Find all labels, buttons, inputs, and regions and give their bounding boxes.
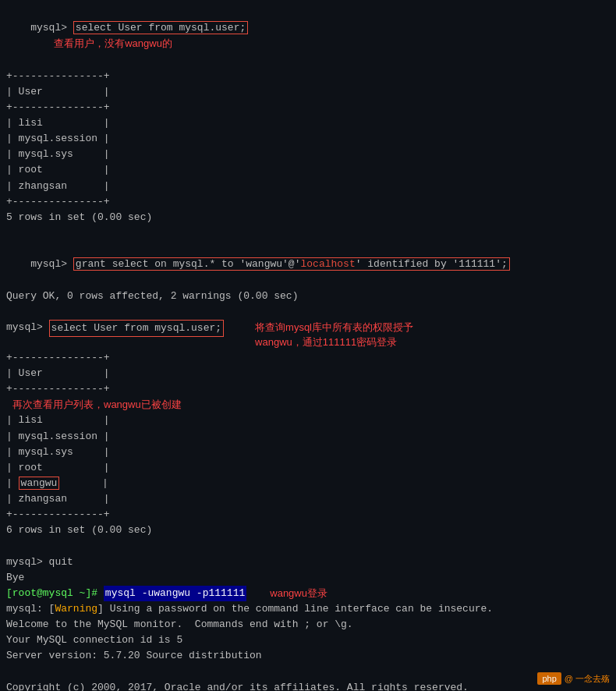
prompt-grant: mysql> — [30, 258, 73, 270]
line-server: Server version: 5.7.20 Source distributi… — [6, 648, 610, 664]
line-root-login: [root@mysql ~]# mysql -uwangwu -p111111 … — [6, 586, 610, 601]
annotation-3: 再次查看用户列表，wangwu已被创建 — [12, 397, 182, 413]
root-prompt: [root@mysql ~]# — [6, 586, 104, 601]
line-11: 5 rows in set (0.00 sec) — [6, 210, 610, 225]
cmd-grant: grant select on mysql.* to 'wangwu'@'loc… — [73, 257, 510, 271]
line-t2-3: +---------------+ — [6, 381, 610, 397]
line-10: +---------------+ — [6, 194, 610, 210]
watermark-container: php @ 一念去殇 — [537, 672, 610, 685]
annotation-wangwu-row: 再次查看用户列表，wangwu已被创建 — [6, 397, 610, 413]
line-1: mysql> select User from mysql.user; 查看用户… — [6, 5, 610, 69]
line-t2-1: +---------------+ — [6, 350, 610, 366]
line-t2-7: | root | — [6, 460, 610, 476]
line-t2-6: | mysql.sys | — [6, 445, 610, 460]
line-bye: Bye — [6, 570, 610, 586]
line-8: | root | — [6, 162, 610, 178]
mysql-login-cmd: mysql -uwangwu -p111111 — [104, 586, 246, 601]
line-connid: Your MySQL connection id is 5 — [6, 633, 610, 648]
line-warning: mysql: [Warning] Using a password on the… — [6, 601, 610, 617]
site-label: @ 一念去殇 — [565, 673, 610, 685]
line-2: +---------------+ — [6, 69, 610, 84]
cmd-2: select User from mysql.user; — [49, 320, 224, 337]
php-badge: php — [537, 672, 561, 685]
line-copyright: Copyright (c) 2000, 2017, Oracle and/or … — [6, 680, 610, 691]
line-t2-5: | mysql.session | — [6, 429, 610, 445]
blank-3 — [6, 539, 610, 555]
line-6: | mysql.session | — [6, 131, 610, 147]
wangwu-cell: wangwu — [19, 477, 60, 490]
line-welcome: Welcome to the MySQL monitor. Commands e… — [6, 617, 610, 633]
line-9: | zhangsan | — [6, 179, 610, 194]
line-query-ok: Query OK, 0 rows affected, 2 warnings (0… — [6, 289, 610, 304]
terminal-container: mysql> select User from mysql.user; 查看用户… — [0, 0, 616, 691]
prompt-1: mysql> — [30, 22, 73, 34]
line-4: +---------------+ — [6, 100, 610, 115]
blank-1 — [6, 225, 610, 241]
blank-2 — [6, 304, 610, 320]
annotation-wangwu-login: wangwu登录 — [270, 586, 327, 601]
line-t2-2: | User | — [6, 366, 610, 381]
cmd-1: select User from mysql.user; — [73, 21, 248, 34]
line-t2-4: | lisi | — [6, 413, 610, 428]
line-wangwu: | wangwu | — [6, 476, 610, 491]
line-7: | mysql.sys | — [6, 147, 610, 162]
line-select2: mysql> select User from mysql.user; 将查询m… — [6, 320, 610, 350]
annotation-2: 将查询mysql库中所有表的权限授予wangwu，通过111111密码登录 — [255, 320, 413, 350]
warning-word: Warning — [55, 603, 97, 615]
line-t2-10: 6 rows in set (0.00 sec) — [6, 523, 610, 538]
line-3: | User | — [6, 84, 610, 100]
line-t2-9: +---------------+ — [6, 507, 610, 523]
blank-4 — [6, 664, 610, 680]
line-5: | lisi | — [6, 115, 610, 131]
line-quit: mysql> quit — [6, 555, 610, 570]
prompt-2: mysql> — [6, 320, 49, 335]
line-grant: mysql> grant select on mysql.* to 'wangw… — [6, 241, 610, 288]
annotation-1: 查看用户，没有wangwu的 — [54, 37, 172, 49]
line-t2-8: | zhangsan | — [6, 491, 610, 507]
